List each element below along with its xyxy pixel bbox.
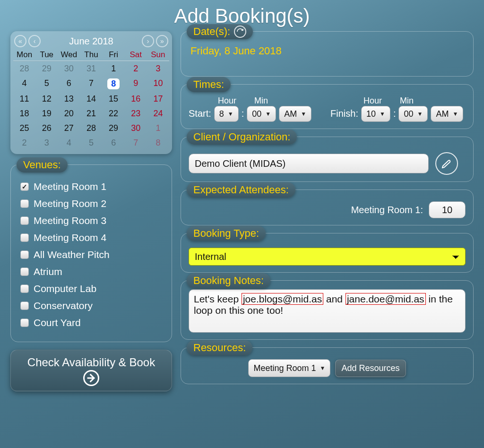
- calendar-month-label: June 2018: [43, 36, 140, 47]
- cal-day[interactable]: 5: [35, 76, 58, 92]
- cal-day[interactable]: 6: [103, 136, 125, 150]
- calendar-panel: « ‹ June 2018 › » MonTueWedThuFriSatSun2…: [10, 31, 172, 154]
- notes-textarea[interactable]: Let's keep joe.blogs@mid.as and jane.doe…: [189, 289, 466, 333]
- cal-next-month-icon[interactable]: ›: [142, 35, 154, 47]
- checkbox-icon[interactable]: [20, 199, 29, 208]
- cal-prev-year-icon[interactable]: «: [14, 35, 26, 47]
- cal-day[interactable]: 29: [35, 61, 58, 76]
- cal-day[interactable]: 10: [147, 76, 169, 92]
- venue-label: Computer Lab: [34, 283, 96, 294]
- cal-day[interactable]: 22: [103, 106, 125, 121]
- cal-day[interactable]: 4: [58, 136, 80, 150]
- notes-email-1: joe.blogs@mid.as: [242, 293, 323, 305]
- cal-day[interactable]: 24: [147, 106, 169, 121]
- cal-day[interactable]: 19: [35, 106, 58, 121]
- cal-day[interactable]: 6: [58, 76, 80, 92]
- cal-day[interactable]: 18: [13, 106, 35, 121]
- cal-day[interactable]: 8: [147, 136, 169, 150]
- arrow-right-icon: [83, 370, 99, 386]
- cal-day[interactable]: 23: [125, 106, 147, 121]
- edit-client-icon[interactable]: [435, 152, 458, 175]
- cal-day[interactable]: 1: [147, 121, 169, 136]
- venue-item[interactable]: Atrium: [19, 263, 158, 280]
- cal-day[interactable]: 16: [125, 92, 147, 106]
- check-availability-button[interactable]: Check Availability & Book: [10, 350, 172, 391]
- cal-prev-month-icon[interactable]: ‹: [28, 35, 41, 47]
- cal-day[interactable]: 28: [13, 61, 35, 76]
- venue-item[interactable]: Meeting Room 2: [19, 195, 158, 212]
- dates-legend-text: Date(s):: [193, 26, 230, 38]
- attendees-section: Expected Attendees: Meeting Room 1:: [181, 190, 474, 225]
- venue-item[interactable]: Conservatory: [19, 297, 158, 314]
- cal-day[interactable]: 8: [103, 76, 125, 92]
- resources-legend: Resources:: [187, 340, 252, 355]
- checkbox-icon[interactable]: [20, 302, 29, 310]
- booking-type-select[interactable]: Internal: [189, 248, 466, 266]
- add-resources-button[interactable]: Add Resources: [335, 360, 406, 377]
- notes-legend: Booking Notes:: [187, 273, 270, 288]
- finish-hour-select[interactable]: 10▼: [361, 106, 390, 122]
- finish-min-select[interactable]: 00▼: [398, 106, 428, 122]
- finish-ampm-select[interactable]: AM▼: [431, 106, 463, 122]
- resources-section: Resources: Meeting Room 1▼ Add Resources: [181, 347, 474, 384]
- cal-day[interactable]: 1: [103, 61, 125, 76]
- cal-day[interactable]: 25: [13, 121, 35, 136]
- booking-type-section: Booking Type: Internal: [181, 233, 474, 273]
- cal-day[interactable]: 26: [35, 121, 58, 136]
- cal-day[interactable]: 3: [35, 136, 58, 150]
- venue-item[interactable]: Meeting Room 3: [19, 212, 158, 229]
- resources-select[interactable]: Meeting Room 1▼: [248, 359, 330, 377]
- venue-item[interactable]: ✓Meeting Room 1: [19, 178, 158, 195]
- cal-day[interactable]: 31: [80, 61, 102, 76]
- cal-day[interactable]: 15: [103, 92, 125, 106]
- booking-type-legend: Booking Type:: [187, 226, 266, 241]
- cal-day[interactable]: 28: [80, 121, 102, 136]
- cal-day[interactable]: 2: [13, 136, 35, 150]
- cal-day[interactable]: 7: [80, 76, 102, 92]
- cal-day[interactable]: 27: [58, 121, 80, 136]
- cal-day[interactable]: 29: [103, 121, 125, 136]
- finish-min-header: Min: [400, 96, 414, 106]
- checkbox-icon[interactable]: [20, 250, 29, 259]
- cal-day[interactable]: 20: [58, 106, 80, 121]
- client-input[interactable]: [189, 154, 429, 173]
- cal-day[interactable]: 21: [80, 106, 102, 121]
- cal-day[interactable]: 7: [125, 136, 147, 150]
- cal-day[interactable]: 17: [147, 92, 169, 106]
- start-ampm-select[interactable]: AM▼: [279, 106, 311, 122]
- cal-day[interactable]: 14: [80, 92, 102, 106]
- start-hour-select[interactable]: 8▼: [214, 106, 239, 122]
- cal-next-year-icon[interactable]: »: [156, 35, 168, 47]
- venues-list[interactable]: ✓Meeting Room 1Meeting Room 2Meeting Roo…: [19, 178, 161, 335]
- cal-day[interactable]: 30: [125, 121, 147, 136]
- venue-item[interactable]: Court Yard: [19, 314, 158, 331]
- dates-section: Date(s): Friday, 8 June 2018: [181, 31, 474, 77]
- checkbox-icon[interactable]: [20, 284, 29, 293]
- venue-item[interactable]: Meeting Room 4: [19, 229, 158, 246]
- cal-day[interactable]: 2: [125, 61, 147, 76]
- repeat-icon[interactable]: [234, 26, 246, 38]
- venue-item[interactable]: Computer Lab: [19, 280, 158, 297]
- finish-hour-header: Hour: [363, 96, 382, 106]
- cal-day[interactable]: 3: [147, 61, 169, 76]
- dates-legend: Date(s):: [187, 24, 253, 39]
- cal-day[interactable]: 12: [35, 92, 58, 106]
- finish-label: Finish:: [330, 108, 358, 122]
- checkbox-icon[interactable]: ✓: [20, 182, 29, 191]
- checkbox-icon[interactable]: [20, 267, 29, 276]
- checkbox-icon[interactable]: [20, 216, 29, 225]
- venue-item[interactable]: All Weather Pitch: [19, 246, 158, 263]
- checkbox-icon[interactable]: [20, 233, 29, 242]
- venue-label: Court Yard: [34, 317, 81, 328]
- checkbox-icon[interactable]: [20, 319, 29, 327]
- notes-section: Booking Notes: Let's keep joe.blogs@mid.…: [181, 280, 474, 340]
- cal-day[interactable]: 9: [125, 76, 147, 92]
- cal-day[interactable]: 30: [58, 61, 80, 76]
- cal-day[interactable]: 5: [80, 136, 102, 150]
- cal-day[interactable]: 13: [58, 92, 80, 106]
- cal-day[interactable]: 4: [13, 76, 35, 92]
- start-label: Start:: [189, 108, 211, 122]
- start-min-select[interactable]: 00▼: [247, 106, 276, 122]
- attendees-input[interactable]: [429, 201, 466, 218]
- cal-day[interactable]: 11: [13, 92, 35, 106]
